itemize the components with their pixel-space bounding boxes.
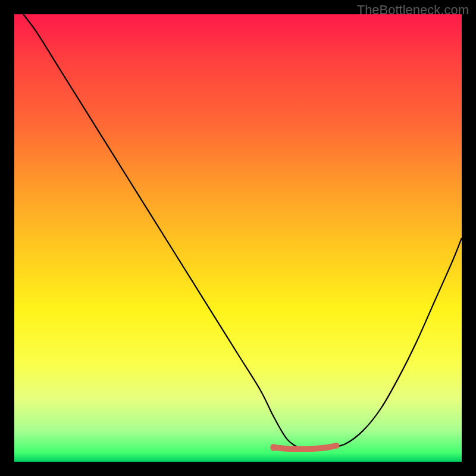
chart-area [14, 14, 462, 462]
watermark-text: TheBottleneck.com [357, 2, 469, 18]
bottleneck-curve [23, 14, 462, 450]
marker-dot [270, 444, 277, 451]
optimal-range-marker [274, 446, 336, 449]
chart-svg [14, 14, 462, 462]
